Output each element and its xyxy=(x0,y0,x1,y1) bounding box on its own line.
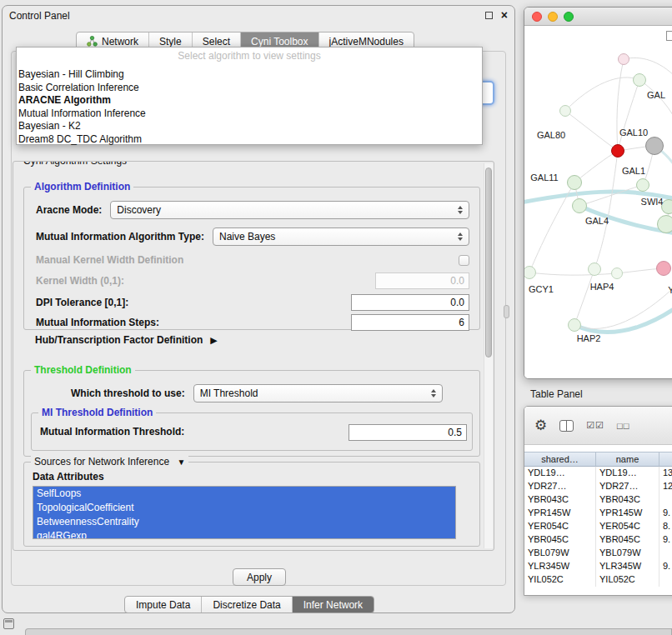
collapse-down-icon[interactable]: ▼ xyxy=(177,458,185,467)
settings-scrollbar-thumb[interactable] xyxy=(485,168,492,358)
network-node[interactable] xyxy=(559,105,571,117)
column-header-clipped[interactable] xyxy=(659,452,672,467)
table-row[interactable]: YLR345WYLR345W9. xyxy=(524,560,672,573)
network-node[interactable] xyxy=(657,215,672,233)
network-node[interactable] xyxy=(633,73,646,87)
select-all-icon[interactable]: ☑☑ xyxy=(586,420,604,431)
table-row[interactable]: YBL079WYBL079W xyxy=(524,547,672,560)
network-node-label: GAL10 xyxy=(619,128,648,138)
dpi-tolerance-row: DPI Tolerance [0,1]: 0.0 xyxy=(36,294,469,311)
table-row[interactable]: YBR043CYBR043C xyxy=(524,493,672,507)
restore-panel-icon[interactable] xyxy=(3,618,14,629)
minimize-traffic-light[interactable] xyxy=(548,12,558,22)
hub-definition-section[interactable]: Hub/Transcription Factor Definition ▶ xyxy=(35,334,218,346)
mi-threshold-field[interactable]: 0.5 xyxy=(349,424,467,441)
network-node[interactable] xyxy=(572,198,587,213)
column-selector-icon[interactable] xyxy=(559,420,574,432)
chevron-updown-icon xyxy=(431,389,436,398)
hub-definition-label: Hub/Transcription Factor Definition xyxy=(35,334,203,346)
mi-steps-row: Mutual Information Steps: 6 xyxy=(36,314,469,331)
mi-threshold-group-title: MI Threshold Definition xyxy=(38,407,156,418)
dropdown-item[interactable]: Bayesian - K2 xyxy=(17,120,482,133)
column-header-name[interactable]: name xyxy=(596,452,659,467)
algorithm-definition-group: Algorithm Definition Aracne Mode: Discov… xyxy=(23,187,480,330)
attribute-item-selected[interactable]: TopologicalCoefficient xyxy=(33,501,455,515)
table-row[interactable]: YIL052CYIL052C xyxy=(524,573,672,587)
network-canvas[interactable]: GALGAL80GAL10GAL11GAL1SWI4GAL4GCY1HAP4HA… xyxy=(524,26,672,379)
chevron-updown-icon xyxy=(458,206,463,214)
dropdown-item[interactable]: Mutual Information Inference xyxy=(17,108,482,121)
gear-icon[interactable]: ⚙ xyxy=(534,418,547,432)
network-node-label: GAL11 xyxy=(530,172,558,182)
which-threshold-select[interactable]: MI Threshold xyxy=(193,384,443,402)
network-node[interactable] xyxy=(636,178,649,192)
dropdown-item[interactable]: Basic Correlation Inference xyxy=(17,82,482,95)
tab-infer-network[interactable]: Infer Network xyxy=(292,597,374,612)
tab-label: Cyni Toolbox xyxy=(251,36,308,48)
close-traffic-light[interactable] xyxy=(532,12,542,22)
birdseye-toggle-button[interactable] xyxy=(666,31,672,41)
network-node[interactable] xyxy=(618,53,629,65)
network-node[interactable] xyxy=(588,262,601,276)
table-row[interactable]: YBR045CYBR045C9. xyxy=(524,533,672,547)
mi-steps-field[interactable]: 6 xyxy=(351,314,469,331)
aracne-mode-select[interactable]: Discovery xyxy=(110,201,469,219)
table-cell: 9. xyxy=(659,560,672,573)
collapse-right-icon[interactable]: ▶ xyxy=(210,335,217,346)
which-threshold-label: Which threshold to use: xyxy=(71,388,185,399)
control-panel-titlebar[interactable]: Control Panel × xyxy=(3,6,514,26)
manual-kernel-checkbox[interactable] xyxy=(459,255,469,266)
mi-algorithm-type-label: Mutual Information Algorithm Type: xyxy=(36,231,204,242)
data-attributes-list[interactable]: SelfLoops TopologicalCoefficient Between… xyxy=(33,486,456,539)
network-view-window: GALGAL80GAL10GAL11GAL1SWI4GAL4GCY1HAP4HA… xyxy=(524,7,672,379)
network-node[interactable] xyxy=(568,318,581,332)
table-cell: YBR043C xyxy=(524,493,596,507)
attribute-item-selected[interactable]: gal4RGexp xyxy=(33,529,455,539)
deselect-all-icon[interactable]: □□ xyxy=(617,421,629,431)
table-cell: YLR345W xyxy=(596,560,659,573)
control-panel-title: Control Panel xyxy=(9,10,70,22)
sources-group-title[interactable]: Sources for Network Inference ▼ xyxy=(31,456,188,468)
table-cell: YBR045C xyxy=(596,533,659,547)
network-node[interactable] xyxy=(611,144,624,158)
table-row[interactable]: YPR145WYPR145W9. xyxy=(524,507,672,520)
network-node[interactable] xyxy=(645,137,664,155)
settings-scrollbar[interactable] xyxy=(484,163,493,548)
table-cell: 8. xyxy=(659,520,672,533)
float-window-icon[interactable] xyxy=(485,12,493,19)
dropdown-item[interactable]: Bayesian - Hill Climbing xyxy=(17,68,482,82)
network-node-label: HAP4 xyxy=(590,282,614,292)
mi-algorithm-type-row: Mutual Information Algorithm Type: Naive… xyxy=(36,228,469,246)
network-node[interactable] xyxy=(611,268,623,279)
panel-splitter-handle[interactable] xyxy=(504,305,509,318)
network-node[interactable] xyxy=(567,175,582,190)
control-panel-window: Control Panel × Network Style xyxy=(2,5,515,613)
network-node-label: Y xyxy=(668,285,672,295)
algorithm-dropdown-popup: Select algorithm to view settings Bayesi… xyxy=(16,47,483,145)
apply-button[interactable]: Apply xyxy=(233,568,286,586)
network-canvas-nodes: GALGAL80GAL10GAL11GAL1SWI4GAL4GCY1HAP4HA… xyxy=(524,26,672,379)
dropdown-item[interactable]: Dream8 DC_TDC Algorithm xyxy=(17,133,482,147)
table-toolbar: ⚙ ☑☑ □□ xyxy=(524,407,672,445)
table-row[interactable]: YDL19…YDL19…13 xyxy=(524,467,672,480)
mi-algorithm-type-select[interactable]: Naive Bayes xyxy=(213,228,469,246)
table-row[interactable]: YER054CYER054C8. xyxy=(524,520,672,533)
tab-impute-data[interactable]: Impute Data xyxy=(125,597,201,612)
dpi-tolerance-field[interactable]: 0.0 xyxy=(351,294,469,311)
mi-threshold-group: MI Threshold Definition Mutual Informati… xyxy=(31,412,473,451)
network-node[interactable] xyxy=(656,261,671,276)
table-panel-window: ⚙ ☑☑ □□ shared… name YDL19…YDL19…13YDR27… xyxy=(524,406,672,596)
attribute-item-selected[interactable]: SelfLoops xyxy=(33,487,455,501)
zoom-traffic-light[interactable] xyxy=(564,12,574,22)
table-cell: 9. xyxy=(659,533,672,547)
tab-discretize-data[interactable]: Discretize Data xyxy=(201,597,291,612)
network-node[interactable] xyxy=(524,266,536,279)
close-icon[interactable]: × xyxy=(501,8,508,22)
network-window-titlebar[interactable] xyxy=(524,8,672,26)
column-header-shared[interactable]: shared… xyxy=(524,452,596,467)
dropdown-item-selected[interactable]: ARACNE Algorithm xyxy=(17,94,482,108)
bottom-tab-bar: Impute Data Discretize Data Infer Networ… xyxy=(124,596,374,613)
attribute-item-selected[interactable]: BetweennessCentrality xyxy=(33,515,455,529)
table-row[interactable]: YDR27…YDR27…12 xyxy=(524,480,672,493)
kernel-width-field[interactable]: 0.0 xyxy=(375,272,469,289)
